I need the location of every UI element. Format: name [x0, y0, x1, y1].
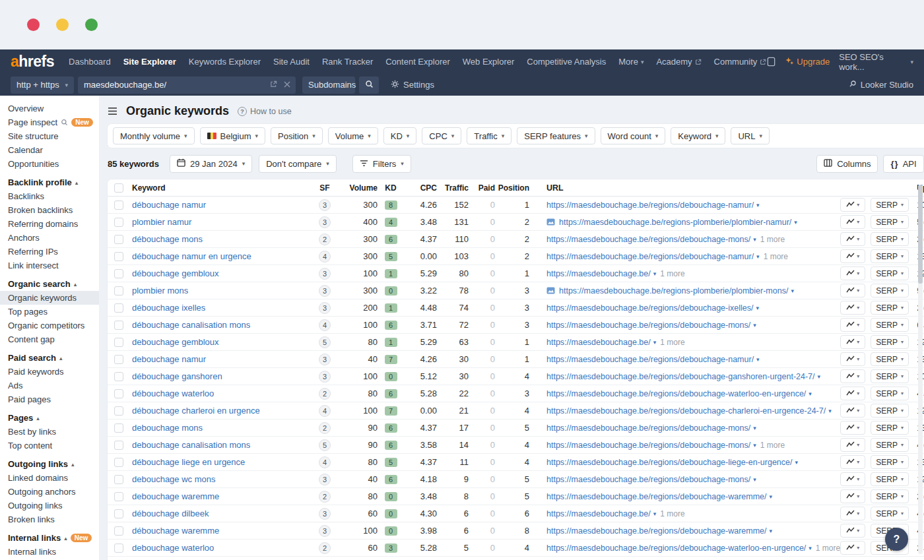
columns-button[interactable]: Columns: [816, 155, 878, 173]
row-checkbox[interactable]: [114, 372, 123, 381]
sidebar-item[interactable]: Anchors: [0, 231, 99, 245]
filter-button[interactable]: KD ▾: [383, 127, 417, 144]
keyword-link[interactable]: debouchage waremme: [132, 491, 219, 501]
more-urls-link[interactable]: 1 more: [816, 544, 840, 553]
sidebar-section-header[interactable]: Organic search ▴: [0, 272, 99, 291]
serp-button[interactable]: SERP ▾: [871, 507, 909, 520]
serp-button[interactable]: SERP ▾: [871, 232, 909, 246]
serp-button[interactable]: SERP ▾: [871, 455, 909, 469]
target-url-input[interactable]: [84, 80, 249, 90]
keyword-link[interactable]: débouchage liege en urgence: [132, 457, 245, 467]
sidebar-item[interactable]: Outgoing links: [0, 499, 99, 513]
row-checkbox[interactable]: [114, 526, 123, 536]
menu-item[interactable]: Academy: [656, 57, 701, 67]
row-checkbox[interactable]: [114, 544, 123, 553]
sf-count-badge[interactable]: 3: [319, 354, 331, 365]
col-cpc[interactable]: CPC: [404, 183, 437, 193]
more-urls-link[interactable]: 1 more: [760, 235, 785, 244]
position-history-button[interactable]: ▾: [840, 421, 865, 435]
sf-count-badge[interactable]: 2: [319, 422, 331, 434]
menu-item[interactable]: Site Audit: [273, 57, 310, 67]
sidebar-item[interactable]: Top pages: [0, 305, 99, 319]
upgrade-button[interactable]: Upgrade: [785, 57, 830, 67]
row-checkbox[interactable]: [114, 286, 123, 296]
url-link[interactable]: https://maesdebouchage.be/regions/debouc…: [546, 321, 756, 330]
serp-button[interactable]: SERP ▾: [871, 404, 909, 418]
position-history-button[interactable]: ▾: [840, 489, 865, 503]
row-checkbox[interactable]: [114, 389, 123, 398]
serp-button[interactable]: SERP ▾: [871, 369, 909, 383]
serp-button[interactable]: SERP ▾: [871, 215, 909, 229]
row-checkbox[interactable]: [114, 509, 123, 518]
row-checkbox[interactable]: [114, 423, 123, 433]
serp-button[interactable]: SERP ▾: [871, 489, 909, 503]
url-link[interactable]: https://maesdebouchage.be/regions/debouc…: [546, 235, 756, 244]
sf-count-badge[interactable]: 3: [319, 285, 331, 297]
keyword-link[interactable]: débouchage waterloo: [132, 389, 214, 398]
menu-item[interactable]: More ▾: [618, 57, 644, 67]
url-link[interactable]: https://maesdebouchage.be/regions/debouc…: [546, 441, 756, 450]
menu-item[interactable]: Web Explorer: [463, 57, 515, 67]
position-history-button[interactable]: ▾: [840, 266, 865, 280]
sidebar-item[interactable]: Calendar: [0, 143, 99, 157]
col-sf[interactable]: SF: [310, 183, 339, 193]
col-volume[interactable]: Volume: [339, 183, 378, 193]
sf-count-badge[interactable]: 3: [319, 199, 331, 211]
menu-item[interactable]: Content Explorer: [385, 57, 450, 67]
menu-item[interactable]: Competitive Analysis: [527, 57, 606, 67]
sidebar-item[interactable]: Ads: [0, 379, 99, 392]
menu-item[interactable]: Dashboard: [69, 57, 111, 67]
collapse-sidebar-icon[interactable]: [108, 107, 117, 115]
filter-button[interactable]: URL ▾: [731, 127, 770, 144]
sidebar-item[interactable]: Linked domains: [0, 471, 99, 485]
filter-button[interactable]: Keyword ▾: [671, 127, 725, 144]
more-urls-link[interactable]: 1 more: [660, 509, 684, 518]
serp-button[interactable]: SERP ▾: [871, 387, 909, 400]
row-checkbox[interactable]: [114, 303, 123, 313]
position-history-button[interactable]: ▾: [840, 352, 865, 366]
clear-icon[interactable]: [284, 80, 290, 90]
position-history-button[interactable]: ▾: [840, 318, 865, 332]
url-link[interactable]: https://maesdebouchage.be/regions/debouc…: [546, 544, 812, 553]
sidebar-item[interactable]: Outgoing anchors: [0, 485, 99, 499]
workspace-switcher[interactable]: SEO SEO's work... ▾: [839, 52, 913, 72]
sidebar-item[interactable]: Top content: [0, 439, 99, 452]
sidebar-item[interactable]: Paid pages: [0, 392, 99, 406]
keyword-link[interactable]: debouchage waterloo: [132, 543, 214, 553]
keyword-link[interactable]: débouchage namur: [132, 200, 206, 210]
serp-button[interactable]: SERP ▾: [871, 421, 909, 435]
position-history-button[interactable]: ▾: [840, 524, 865, 538]
position-history-button[interactable]: ▾: [840, 232, 865, 246]
row-checkbox[interactable]: [114, 252, 123, 261]
sidebar-item[interactable]: Organic keywords: [0, 291, 99, 305]
keyword-link[interactable]: débouchage waremme: [132, 526, 219, 536]
row-checkbox[interactable]: [114, 235, 123, 244]
window-close-button[interactable]: [27, 18, 40, 31]
sf-count-badge[interactable]: 5: [319, 336, 331, 348]
sidebar-item[interactable]: Referring IPs: [0, 245, 99, 259]
filter-button[interactable]: Word count ▾: [601, 127, 666, 144]
serp-button[interactable]: SERP ▾: [871, 335, 909, 349]
sf-count-badge[interactable]: 2: [319, 388, 331, 400]
sidebar-item[interactable]: Link intersect: [0, 259, 99, 272]
sf-count-badge[interactable]: 3: [319, 474, 331, 485]
sidebar-item[interactable]: Backlinks: [0, 189, 99, 203]
serp-button[interactable]: SERP ▾: [871, 266, 909, 280]
serp-button[interactable]: SERP ▾: [871, 318, 909, 332]
sf-count-badge[interactable]: 4: [319, 405, 331, 417]
url-link[interactable]: https://maesdebouchage.be/▾: [546, 269, 656, 278]
row-checkbox[interactable]: [114, 458, 123, 467]
position-history-button[interactable]: ▾: [840, 507, 865, 520]
url-link[interactable]: https://maesdebouchage.be/regions/debouc…: [546, 458, 798, 467]
position-history-button[interactable]: ▾: [840, 541, 865, 555]
scrollbar-thumb[interactable]: [918, 185, 923, 284]
serp-button[interactable]: SERP ▾: [871, 438, 909, 452]
keyword-link[interactable]: débouchage dilbeek: [132, 509, 209, 518]
position-history-button[interactable]: ▾: [840, 301, 865, 315]
keyword-link[interactable]: débouchage canalisation mons: [132, 320, 250, 330]
keyword-link[interactable]: debouchage wc mons: [132, 474, 215, 484]
looker-studio-button[interactable]: Looker Studio: [849, 80, 913, 90]
scrollbar-track[interactable]: [918, 185, 923, 554]
device-icon[interactable]: [766, 57, 776, 67]
sf-count-badge[interactable]: 3: [319, 525, 331, 537]
